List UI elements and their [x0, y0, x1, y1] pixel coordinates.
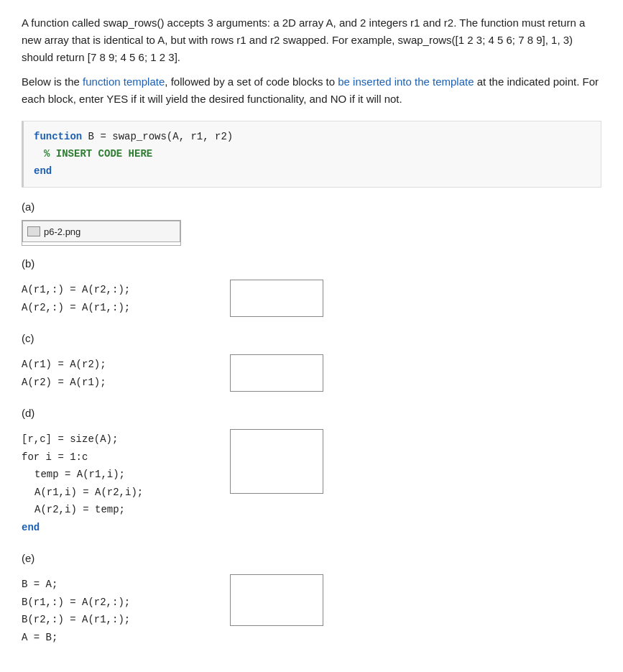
function-keyword: function	[34, 131, 82, 142]
image-filename: p6-2.png	[44, 226, 80, 237]
code-block-c: A(r1) = A(r2); A(r2) = A(r1);	[22, 351, 208, 395]
code-block-d: [r,c] = size(A); for i = 1:c temp = A(r1…	[22, 426, 208, 540]
section-e-label: (e)	[22, 552, 601, 564]
answer-input-d[interactable]	[230, 429, 323, 494]
section-c-row: A(r1) = A(r2); A(r2) = A(r1);	[22, 351, 601, 395]
d-line6: end	[22, 519, 208, 537]
para2-text: Below is the function template, followed…	[22, 73, 601, 108]
d-line1: [r,c] = size(A);	[22, 431, 208, 448]
section-c-label: (c)	[22, 332, 601, 344]
b-line2: A(r2,:) = A(r1,:);	[22, 299, 208, 317]
image-icon	[27, 226, 40, 236]
e-line3: B(r2,:) = A(r1,:);	[22, 611, 208, 629]
description-para1: A function called swap_rows() accepts 3 …	[22, 14, 601, 108]
end-keyword: end	[34, 165, 52, 177]
c-line1: A(r1) = A(r2);	[22, 356, 208, 374]
code-block-e: B = A; B(r1,:) = A(r2,:); B(r2,:) = A(r1…	[22, 571, 208, 650]
para1-text: A function called swap_rows() accepts 3 …	[22, 14, 601, 66]
answer-input-e[interactable]	[230, 574, 323, 626]
d-line5: A(r2,i) = temp;	[22, 501, 208, 519]
e-line2: B(r1,:) = A(r2,:);	[22, 594, 208, 612]
code-block-b: A(r1,:) = A(r2,:); A(r2,:) = A(r1,:);	[22, 277, 208, 321]
function-template-box: function B = swap_rows(A, r1, r2) % INSE…	[22, 121, 601, 188]
d-line2: for i = 1:c	[22, 448, 208, 466]
image-placeholder-wrapper: p6-2.png	[22, 220, 181, 246]
b-line1: A(r1,:) = A(r2,:);	[22, 281, 208, 299]
e-line4: A = B;	[22, 629, 208, 647]
image-a-placeholder: p6-2.png	[22, 221, 180, 242]
section-a-label: (a)	[22, 201, 601, 213]
section-b-row: A(r1,:) = A(r2,:); A(r2,:) = A(r1,:);	[22, 277, 601, 321]
d-line3: temp = A(r1,i);	[22, 466, 208, 484]
section-a-row: p6-2.png	[22, 220, 601, 246]
function-signature: B = swap_rows(A, r1, r2)	[82, 131, 233, 142]
answer-input-b[interactable]	[230, 280, 323, 317]
section-d-row: [r,c] = size(A); for i = 1:c temp = A(r1…	[22, 426, 601, 540]
template-line1: function B = swap_rows(A, r1, r2)	[34, 129, 591, 146]
section-e-row: B = A; B(r1,:) = A(r2,:); B(r2,:) = A(r1…	[22, 571, 601, 650]
be-inserted-text: be inserted into the template	[338, 75, 474, 88]
section-b-label: (b)	[22, 257, 601, 270]
e-line1: B = A;	[22, 576, 208, 594]
insert-code-comment: % INSERT CODE HERE	[44, 148, 152, 160]
template-line3: end	[34, 163, 591, 180]
section-d-label: (d)	[22, 407, 601, 419]
d-line4: A(r1,i) = A(r2,i);	[22, 484, 208, 502]
c-line2: A(r2) = A(r1);	[22, 374, 208, 392]
function-template-link: function template	[83, 75, 165, 88]
answer-input-c[interactable]	[230, 354, 323, 392]
template-line2: % INSERT CODE HERE	[34, 146, 591, 163]
